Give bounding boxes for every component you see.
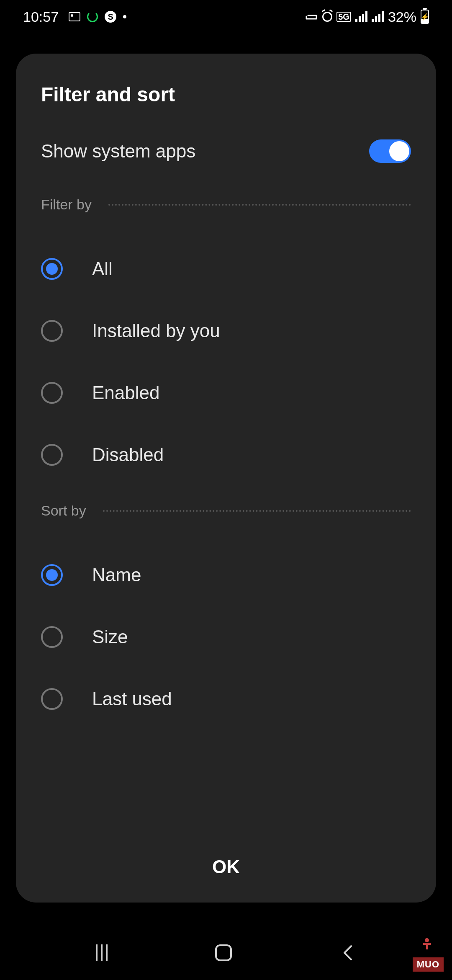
radio-label: Size	[92, 627, 128, 647]
show-system-apps-toggle[interactable]	[369, 139, 411, 163]
signal-icon-1	[355, 11, 367, 22]
gallery-icon	[69, 12, 80, 21]
sort-by-group: Name Size Last used	[41, 544, 411, 730]
radio-label: Name	[92, 565, 141, 585]
filter-option-enabled[interactable]: Enabled	[41, 362, 411, 424]
network-5g-icon: 5G	[336, 12, 351, 22]
signal-icon-2	[372, 11, 384, 22]
show-system-apps-label: Show system apps	[41, 141, 195, 162]
sort-option-name[interactable]: Name	[41, 544, 411, 606]
sort-by-label: Sort by	[41, 503, 86, 519]
status-bar: 10:57 S 5G 32% ⚡	[0, 0, 452, 34]
svg-point-0	[425, 938, 429, 942]
filter-by-header: Filter by	[41, 196, 411, 213]
svg-rect-3	[423, 943, 431, 945]
radio-label: Disabled	[92, 444, 164, 465]
radio-label: All	[92, 258, 113, 279]
watermark-person-icon	[421, 937, 433, 952]
radio-icon	[41, 444, 63, 466]
status-left: 10:57 S	[23, 9, 126, 25]
filter-sort-dialog: Filter and sort Show system apps Filter …	[16, 54, 436, 903]
nav-home-button[interactable]	[215, 944, 232, 961]
filter-option-all[interactable]: All	[41, 238, 411, 300]
navigation-bar	[0, 926, 452, 980]
radio-icon	[41, 382, 63, 404]
app-s-icon: S	[105, 11, 116, 23]
battery-icon: ⚡	[421, 10, 429, 24]
sort-option-size[interactable]: Size	[41, 606, 411, 668]
dialog-title: Filter and sort	[41, 83, 411, 106]
dnd-icon	[305, 12, 318, 21]
radio-icon	[41, 688, 63, 710]
filter-option-installed-by-you[interactable]: Installed by you	[41, 300, 411, 362]
radio-icon	[41, 564, 63, 586]
radio-label: Last used	[92, 689, 172, 709]
alarm-icon	[322, 12, 332, 22]
filter-by-label: Filter by	[41, 196, 92, 213]
radio-icon	[41, 320, 63, 342]
sort-by-header: Sort by	[41, 503, 411, 519]
divider-dotted	[103, 510, 411, 512]
watermark: MUO	[413, 957, 444, 972]
show-system-apps-row[interactable]: Show system apps	[41, 139, 411, 163]
divider-dotted	[108, 204, 411, 206]
sort-option-last-used[interactable]: Last used	[41, 668, 411, 730]
toggle-knob	[389, 141, 409, 161]
nav-recent-button[interactable]	[96, 944, 108, 961]
nav-back-button[interactable]	[339, 944, 356, 961]
more-notifications-icon	[123, 15, 126, 18]
radio-label: Installed by you	[92, 320, 220, 341]
status-time: 10:57	[23, 9, 59, 25]
ok-button[interactable]: OK	[41, 836, 411, 903]
radio-label: Enabled	[92, 382, 159, 403]
filter-by-group: All Installed by you Enabled Disabled	[41, 238, 411, 486]
filter-option-disabled[interactable]: Disabled	[41, 424, 411, 486]
battery-percent: 32%	[388, 9, 416, 25]
status-right: 5G 32% ⚡	[305, 9, 429, 25]
sync-icon	[87, 11, 98, 22]
radio-icon	[41, 258, 63, 280]
radio-icon	[41, 626, 63, 648]
